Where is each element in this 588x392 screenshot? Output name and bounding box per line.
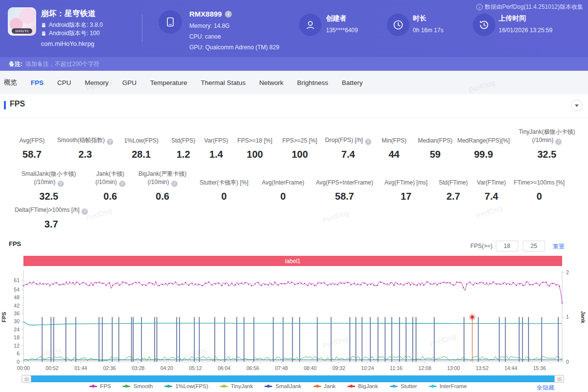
tab-memory[interactable]: Memory — [85, 79, 109, 86]
legend-item-smooth[interactable]: Smooth — [122, 383, 153, 389]
stat-var-ftime: Var(FTime) 7.4 — [473, 179, 509, 202]
android-icon — [41, 31, 46, 36]
tab-brightness[interactable]: Brightness — [297, 79, 328, 86]
fps-threshold-input-2[interactable] — [523, 241, 545, 251]
reset-link[interactable]: 重置 — [553, 243, 565, 251]
stat-fps-ge-18: FPS>=18 [%] 100 — [232, 137, 278, 160]
stat-value: 44 — [374, 149, 414, 160]
stat-jank: Jank(卡顿) (/10min) 0.6 — [88, 170, 133, 202]
history-clock-icon — [478, 19, 490, 31]
legend-marker — [390, 386, 398, 387]
legend-item-tinyjank[interactable]: TinyJank — [220, 383, 253, 389]
tab-cpu[interactable]: CPU — [57, 79, 71, 86]
help-icon[interactable] — [555, 139, 562, 145]
hide-all-link[interactable]: 全隐藏 — [537, 384, 554, 392]
tab-thermal-status[interactable]: Thermal Status — [201, 79, 246, 86]
legend-item-interframe[interactable]: InterFrame — [429, 383, 467, 389]
stat-fps-ge-25: FPS>=25 [%] 100 — [278, 137, 322, 160]
legend-item-fps[interactable]: FPS — [89, 383, 111, 389]
svg-text:2: 2 — [566, 269, 569, 275]
help-icon[interactable] — [107, 139, 113, 145]
help-icon[interactable] — [171, 181, 178, 187]
stat-value: 32.5 — [510, 149, 583, 160]
svg-text:04:20: 04:20 — [161, 365, 173, 371]
svg-text:18: 18 — [14, 334, 20, 340]
app-title: 崩坏：星穹铁道 — [41, 9, 96, 19]
svg-text:48: 48 — [14, 294, 20, 300]
note-label: 备注: — [9, 60, 22, 68]
stat-1pct-low: 1%Low(FPS) 28.1 — [116, 137, 166, 160]
help-icon[interactable] — [365, 139, 371, 145]
duration-icon-circle — [387, 14, 409, 36]
scrollbar-right-handle[interactable] — [554, 375, 564, 383]
header: miHoYo 崩坏：星穹铁道 Android版本名: 3.8.0 Android… — [0, 0, 588, 57]
svg-text:05:12: 05:12 — [189, 365, 202, 371]
stat-value: 58.7 — [310, 191, 379, 202]
fps-threshold-input-1[interactable] — [496, 241, 518, 251]
collapse-button[interactable] — [571, 100, 583, 111]
stat-min-fps: Min(FPS) 44 — [374, 137, 414, 160]
app-package: com.miHoYo.hkrpg — [41, 40, 94, 47]
stat-tinyjank: TinyJank(极微小卡顿) (/10min) 32.5 — [510, 128, 583, 160]
legend-item-jank[interactable]: Jank — [313, 383, 336, 389]
stat-value: 1.4 — [200, 149, 232, 160]
svg-text:00:52: 00:52 — [46, 365, 59, 371]
scrollbar-left-handle[interactable] — [21, 375, 31, 383]
upload-value: 16/01/2026 13:25:59 — [499, 27, 552, 34]
stat-value: 17 — [379, 191, 433, 202]
tab-gpu[interactable]: GPU — [122, 79, 137, 86]
svg-text:07:48: 07:48 — [275, 365, 288, 371]
tab-temperature[interactable]: Temperature — [150, 79, 187, 86]
chart-title: FPS — [9, 240, 21, 248]
svg-text:06:04: 06:04 — [218, 365, 230, 371]
stat-value: 0.6 — [133, 191, 192, 202]
collect-info: i 数据由PerfDog(11.4.251012)版本收集 — [476, 3, 583, 11]
app-icon: miHoYo — [8, 7, 36, 36]
android-version-code-row: Android版本号: 100 — [41, 29, 100, 38]
help-icon[interactable] — [81, 208, 88, 215]
legend-item-1pct-low[interactable]: 1%Low(FPS) — [164, 383, 208, 389]
help-icon[interactable] — [58, 181, 64, 187]
tab-network[interactable]: Network — [259, 79, 284, 86]
creator-icon-circle — [299, 14, 322, 36]
stat-value: 2.3 — [54, 149, 116, 160]
stat-smooth: Smooth(稳帧指数) 2.3 — [54, 136, 116, 160]
note-placeholder[interactable]: 添加备注，不超过200个字符 — [25, 60, 100, 68]
device-memory: Memory: 14.8G — [189, 22, 230, 29]
svg-text:15:36: 15:36 — [533, 365, 546, 371]
upload-icon-circle — [473, 14, 495, 36]
stat-value: 1.2 — [166, 149, 200, 160]
device-info-icon[interactable]: i — [225, 11, 232, 18]
stat-avg-interframe: Avg(InterFrame) 0 — [256, 179, 310, 202]
section-title: FPS — [10, 100, 25, 108]
clock-icon — [392, 19, 404, 31]
legend-item-bigjank[interactable]: BigJank — [347, 383, 378, 389]
note-bar[interactable]: 备注: 添加备注，不超过200个字符 — [0, 57, 588, 71]
legend-marker — [313, 386, 321, 387]
svg-text:42: 42 — [14, 303, 20, 309]
user-icon — [305, 20, 316, 30]
stat-value: 0 — [192, 191, 256, 202]
svg-text:06:56: 06:56 — [246, 365, 259, 371]
stats-row-1: Avg(FPS) 58.7 Smooth(稳帧指数) 2.3 1%Low(FPS… — [10, 128, 583, 160]
svg-text:01:44: 01:44 — [74, 365, 87, 371]
svg-text:02:36: 02:36 — [103, 365, 116, 371]
creator-value: 135****6409 — [326, 27, 358, 34]
legend-item-stutter[interactable]: Stutter — [390, 383, 417, 389]
info-icon: i — [476, 4, 483, 10]
chart-scrollbar-track[interactable] — [22, 375, 564, 382]
tab-battery[interactable]: Battery — [342, 79, 363, 86]
device-name: RMX8899i — [189, 10, 232, 18]
stat-value: 0.6 — [88, 191, 133, 202]
svg-text:14:44: 14:44 — [505, 365, 517, 371]
tab-overview[interactable]: 概览 — [4, 78, 17, 87]
help-icon[interactable] — [119, 181, 125, 187]
svg-text:30: 30 — [14, 318, 20, 324]
stat-value: 59 — [414, 149, 456, 160]
legend-item-smalljank[interactable]: SmallJank — [264, 383, 301, 389]
fps-chart[interactable]: 0612182430364248546101200:0000:5201:4402… — [0, 268, 588, 373]
device-icon-circle — [159, 10, 182, 34]
svg-text:08:40: 08:40 — [304, 365, 316, 371]
stat-value: 7.4 — [322, 149, 374, 160]
tab-fps[interactable]: FPS — [31, 79, 43, 86]
